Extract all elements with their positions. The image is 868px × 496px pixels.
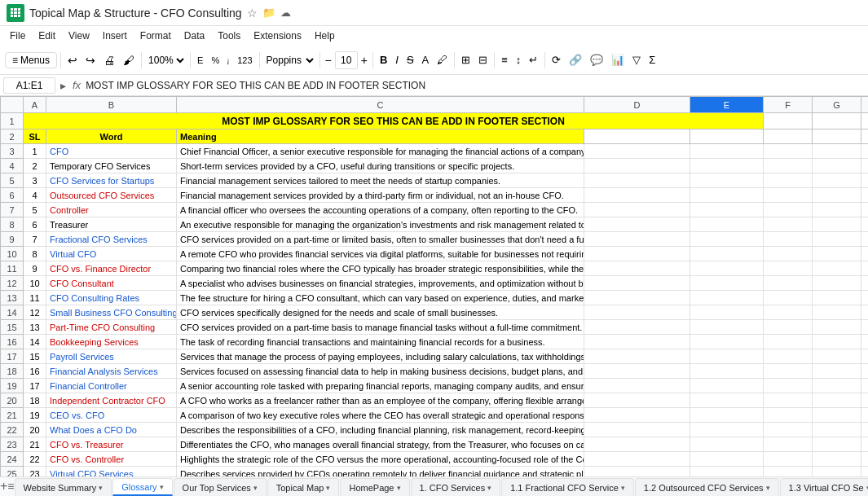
cell-meaning[interactable]: A senior accounting role tasked with pre… <box>177 379 584 393</box>
cell-word[interactable]: Outsourced CFO Services <box>46 188 177 203</box>
cell-sl[interactable]: 4 <box>24 188 46 203</box>
cell-g2[interactable] <box>813 129 861 144</box>
print-button[interactable]: 🖨 <box>100 52 118 68</box>
cell-f[interactable] <box>764 159 813 173</box>
cell-h1[interactable] <box>861 113 869 129</box>
cell-meaning[interactable]: The fee structure for hiring a CFO consu… <box>177 291 584 305</box>
tab-website-summary[interactable]: Website Summary ▾ <box>15 478 112 496</box>
cell-word[interactable]: Small Business CFO Consulting <box>46 305 177 320</box>
valign-button[interactable]: ↕ <box>513 52 525 68</box>
tab-fractional-cfo[interactable]: 1.1 Fractional CFO Service ▾ <box>501 478 634 496</box>
cell-g[interactable] <box>813 349 861 364</box>
col-header-d[interactable]: D <box>584 97 690 113</box>
cell-g[interactable] <box>813 203 861 217</box>
cell-d2[interactable] <box>584 129 690 144</box>
cell-g[interactable] <box>813 393 861 408</box>
cell-sl[interactable]: 5 <box>24 203 46 217</box>
cell-meaning[interactable]: A financial officer who oversees the acc… <box>177 203 584 217</box>
cell-sl[interactable]: 2 <box>24 159 46 173</box>
cell-d[interactable] <box>584 173 690 188</box>
cell-e[interactable] <box>690 247 764 261</box>
cell-f[interactable] <box>764 437 813 452</box>
tab-virtual-cfo[interactable]: 1.3 Virtual CFO Se ▾ <box>780 478 868 496</box>
cell-e2[interactable] <box>690 129 764 144</box>
cell-c2[interactable]: Meaning <box>177 129 584 144</box>
filter-button[interactable]: ▽ <box>629 52 644 68</box>
cell-g[interactable] <box>813 452 861 467</box>
cell-a1[interactable]: MOST IMP GLOSSARY FOR SEO THIS CAN BE AD… <box>24 113 764 129</box>
merge-button[interactable]: ⊟ <box>475 52 491 68</box>
cell-f[interactable] <box>764 173 813 188</box>
cell-sl[interactable]: 14 <box>24 335 46 349</box>
cell-word[interactable]: CFO Services for Startups <box>46 173 177 188</box>
cell-meaning[interactable]: CFO services specifically designed for t… <box>177 305 584 320</box>
col-header-g[interactable]: G <box>813 97 861 113</box>
cell-d[interactable] <box>584 276 690 291</box>
cell-f[interactable] <box>764 261 813 276</box>
cell-h[interactable] <box>861 423 869 437</box>
cell-word[interactable]: Treasurer <box>46 217 177 232</box>
menus-button[interactable]: ≡ Menus <box>5 52 57 68</box>
cell-sl[interactable]: 21 <box>24 437 46 452</box>
cell-word[interactable]: CFO Consultant <box>46 276 177 291</box>
cell-word[interactable]: CFO vs. Finance Director <box>46 261 177 276</box>
cell-g[interactable] <box>813 144 861 159</box>
cell-e[interactable] <box>690 320 764 335</box>
menu-insert[interactable]: Insert <box>96 29 134 43</box>
cell-word[interactable]: Part-Time CFO Consulting <box>46 320 177 335</box>
cell-h[interactable] <box>861 247 869 261</box>
cell-d[interactable] <box>584 247 690 261</box>
cell-e[interactable] <box>690 335 764 349</box>
tab-glossary[interactable]: Glossary ▾ <box>112 478 172 496</box>
formula-button[interactable]: Σ <box>645 52 659 68</box>
cell-b2[interactable]: Word <box>46 129 177 144</box>
cell-f[interactable] <box>764 467 813 477</box>
cell-meaning[interactable]: Services focused on assessing financial … <box>177 364 584 379</box>
link-button[interactable]: 🔗 <box>566 52 585 68</box>
cell-sl[interactable]: 1 <box>24 144 46 159</box>
cell-g[interactable] <box>813 247 861 261</box>
cell-f[interactable] <box>764 364 813 379</box>
cell-e[interactable] <box>690 423 764 437</box>
cell-f[interactable] <box>764 423 813 437</box>
highlight-color-button[interactable]: 🖊 <box>434 52 451 68</box>
strikethrough-button[interactable]: S <box>403 52 417 68</box>
undo-button[interactable]: ↩ <box>64 52 81 68</box>
cell-g[interactable] <box>813 423 861 437</box>
cell-meaning[interactable]: The task of recording financial transact… <box>177 335 584 349</box>
cell-d[interactable] <box>584 188 690 203</box>
cell-word[interactable]: Fractional CFO Services <box>46 232 177 247</box>
cell-meaning[interactable]: An executive responsible for managing th… <box>177 217 584 232</box>
cell-g[interactable] <box>813 232 861 247</box>
cell-e[interactable] <box>690 144 764 159</box>
cell-word[interactable]: Virtual CFO <box>46 247 177 261</box>
cell-d[interactable] <box>584 379 690 393</box>
cell-g[interactable] <box>813 437 861 452</box>
cell-e[interactable] <box>690 261 764 276</box>
cell-e[interactable] <box>690 188 764 203</box>
cell-d[interactable] <box>584 452 690 467</box>
cell-g[interactable] <box>813 188 861 203</box>
cell-h[interactable] <box>861 173 869 188</box>
cell-h[interactable] <box>861 159 869 173</box>
cell-d[interactable] <box>584 291 690 305</box>
cell-d[interactable] <box>584 364 690 379</box>
menu-data[interactable]: Data <box>178 29 211 43</box>
cell-sl[interactable]: 23 <box>24 467 46 477</box>
cell-h[interactable] <box>861 291 869 305</box>
text-color-button[interactable]: A <box>419 52 433 68</box>
wrap-button[interactable]: ↵ <box>526 52 541 68</box>
col-header-c[interactable]: C <box>177 97 584 113</box>
cell-meaning[interactable]: Chief Financial Officer, a senior execut… <box>177 144 584 159</box>
cell-h[interactable] <box>861 261 869 276</box>
cell-f[interactable] <box>764 349 813 364</box>
cell-g[interactable] <box>813 159 861 173</box>
cell-e[interactable] <box>690 467 764 477</box>
cell-h[interactable] <box>861 144 869 159</box>
cell-sl[interactable]: 8 <box>24 247 46 261</box>
cell-meaning[interactable]: Short-term services provided by a CFO, u… <box>177 159 584 173</box>
cell-meaning[interactable]: Comparing two financial roles where the … <box>177 261 584 276</box>
cell-h[interactable] <box>861 452 869 467</box>
cell-d[interactable] <box>584 393 690 408</box>
cell-f[interactable] <box>764 188 813 203</box>
